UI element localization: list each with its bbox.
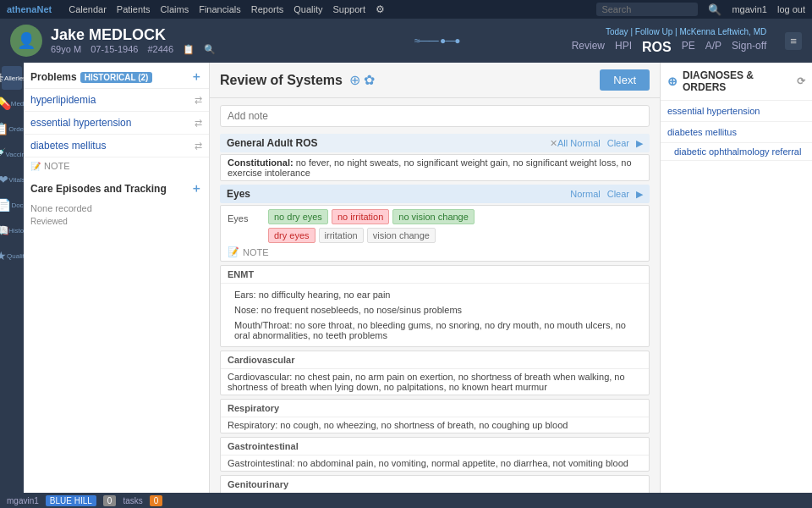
eyes-content: Eyes no dry eyes no irritation no vision… — [221, 206, 649, 261]
tab-hpi[interactable]: HPI — [615, 40, 632, 55]
sidebar-item-allergies[interactable]: ⚕ Allerles — [2, 66, 22, 90]
patient-details: 69yo M 07-15-1946 #2446 📋 🔍 — [51, 44, 303, 55]
add-problem-button[interactable]: ＋ — [190, 69, 202, 85]
problem-diabetes[interactable]: diabetes mellitus ⇄ — [24, 135, 209, 157]
add-care-button[interactable]: ＋ — [190, 181, 202, 196]
sidebar-item-vaccines[interactable]: 💉 Vaccines — [2, 142, 22, 166]
ros-settings-icon[interactable]: ✿ — [364, 72, 375, 88]
ros-content: General Adult ROS ✕ All Normal Clear ▶ C… — [210, 98, 660, 508]
eyes-section-title: Eyes — [227, 188, 570, 200]
respiratory-text: Respiratory: no cough, no wheezing, no s… — [221, 417, 649, 433]
avatar: 👤 — [10, 25, 42, 57]
cardiovascular-category: Cardiovascular Cardiovascular: no chest … — [220, 351, 650, 395]
section-expand-icon[interactable]: ▶ — [636, 138, 643, 149]
top-navigation: athenaNet Calendar Patients Claims Finan… — [0, 0, 812, 19]
eyes-row: Eyes no dry eyes no irritation no vision… — [228, 209, 642, 228]
problem-hypertension[interactable]: essential hypertension ⇄ — [24, 112, 209, 135]
nav-calendar[interactable]: Calendar — [69, 4, 107, 14]
link-icon: ⇄ — [195, 118, 202, 129]
tag-no-dry-eyes[interactable]: no dry eyes — [268, 209, 328, 224]
clear-section-button[interactable]: Clear — [607, 138, 629, 149]
care-tracking-section: Care Episodes and Tracking ＋ None record… — [24, 174, 209, 233]
status-tasks-label: tasks — [123, 496, 142, 505]
nav-quality[interactable]: Quality — [294, 4, 322, 14]
sidebar-item-docs[interactable]: 📄 Docs — [2, 193, 22, 217]
note-item[interactable]: 📝 NOTE — [24, 157, 209, 174]
all-normal-button[interactable]: All Normal — [557, 138, 601, 149]
sidebar-item-vitals[interactable]: ❤ Vitals — [2, 168, 22, 191]
enmt-title: ENMT — [228, 269, 642, 279]
care-tracking-header: Care Episodes and Tracking ＋ — [30, 181, 202, 196]
enmt-line-0: Ears: no difficulty hearing, no ear pain — [228, 287, 642, 302]
respiratory-category: Respiratory Respiratory: no cough, no wh… — [220, 399, 650, 433]
nav-financials[interactable]: Financials — [199, 4, 241, 14]
eyes-selected-tags: no dry eyes no irritation no vision chan… — [268, 209, 475, 224]
tag-no-vision-change[interactable]: no vision change — [392, 209, 475, 224]
ros-add-icon[interactable]: ⊕ — [349, 72, 360, 88]
sidebar-item-quality[interactable]: ★ Quality — [2, 244, 22, 268]
tag-irritation[interactable]: irritation — [319, 228, 364, 243]
eyes-expand-icon[interactable]: ▶ — [636, 189, 643, 200]
logo: athenaNet — [7, 4, 52, 14]
status-practice: BLUE HILL — [46, 495, 96, 506]
patient-info: Jake MEDLOCK 69yo M 07-15-1946 #2446 📋 🔍 — [51, 26, 303, 55]
ros-section-close-icon[interactable]: ✕ — [550, 138, 557, 149]
settings-icon[interactable]: ⚙ — [376, 3, 385, 15]
link-icon: ⇄ — [195, 141, 202, 152]
gi-header: Gastrointestinal — [221, 438, 649, 456]
eyes-note[interactable]: 📝 NOTE — [228, 246, 642, 257]
diagnosis-hypertension[interactable]: essential hypertension — [661, 101, 812, 122]
patient-header: 👤 Jake MEDLOCK 69yo M 07-15-1946 #2446 📋… — [0, 19, 812, 63]
cardiovascular-header: Cardiovascular — [221, 351, 649, 369]
follow-up-link[interactable]: Follow Up — [635, 27, 672, 36]
patient-doc-icon[interactable]: 📋 — [183, 44, 195, 54]
tab-review[interactable]: Review — [572, 40, 605, 55]
diagnoses-plus-icon[interactable]: ⊕ — [667, 75, 678, 88]
eyes-clear-button[interactable]: Clear — [607, 189, 629, 200]
link-icon: ⇄ — [195, 95, 202, 106]
diagnosis-diabetes[interactable]: diabetes mellitus — [661, 122, 812, 143]
logout-button[interactable]: log out — [777, 4, 805, 14]
gu-header: Genitourinary — [221, 476, 649, 494]
respiratory-title: Respiratory — [228, 403, 642, 413]
problem-text: essential hypertension — [30, 117, 195, 129]
add-note-input[interactable] — [220, 105, 650, 127]
sidebar-item-meds[interactable]: 💊 Meds — [2, 91, 22, 115]
tag-dry-eyes[interactable]: dry eyes — [268, 228, 315, 243]
status-count: 0 — [150, 495, 163, 506]
ros-header: Review of Systems ⊕ ✿ Next — [210, 63, 660, 98]
problems-panel: Problems HISTORICAL (2) ＋ hyperlipidemia… — [24, 63, 210, 508]
eyes-normal-button[interactable]: Normal — [570, 189, 600, 200]
menu-button[interactable]: ≡ — [785, 32, 802, 50]
tab-ros[interactable]: ROS — [642, 40, 672, 55]
search-input[interactable] — [596, 3, 698, 16]
ros-title: Review of Systems — [220, 73, 343, 88]
gi-text: Gastrointestinal: no abdominal pain, no … — [221, 456, 649, 471]
provider-name: McKenna Leftwich, MD — [679, 27, 766, 36]
tag-no-irritation[interactable]: no irritation — [332, 209, 389, 224]
tab-ap[interactable]: A/P — [705, 40, 721, 55]
today-label: Today | Follow Up | McKenna Leftwich, MD — [606, 27, 766, 36]
sidebar-item-orders[interactable]: 📋 Orders — [2, 117, 22, 141]
diagnoses-expand-icon[interactable]: ⟳ — [797, 75, 805, 87]
eyes-category: Eyes no dry eyes no irritation no vision… — [220, 205, 650, 262]
eyes-label: Eyes — [228, 213, 261, 224]
eyes-actions: Normal Clear ▶ — [570, 189, 643, 200]
diagnosis-ophthalmology[interactable]: diabetic ophthalmology referral — [661, 143, 812, 161]
patient-search-icon[interactable]: 🔍 — [204, 44, 216, 54]
nav-support[interactable]: Support — [333, 4, 366, 14]
nav-reports[interactable]: Reports — [251, 4, 284, 14]
ros-section-general: General Adult ROS ✕ All Normal Clear ▶ — [220, 134, 650, 152]
search-icon[interactable]: 🔍 — [708, 3, 721, 16]
tag-vision-change[interactable]: vision change — [367, 228, 436, 243]
tab-pe[interactable]: PE — [682, 40, 695, 55]
status-bar: mgavin1 BLUE HILL 0 tasks 0 — [0, 493, 812, 508]
next-button[interactable]: Next — [600, 69, 650, 91]
tab-signoff[interactable]: Sign-off — [732, 40, 766, 55]
problems-header: Problems HISTORICAL (2) ＋ — [24, 63, 209, 89]
sidebar-item-history[interactable]: 📖 History — [2, 218, 22, 242]
nav-claims[interactable]: Claims — [161, 4, 189, 14]
patient-name: Jake MEDLOCK — [51, 26, 303, 44]
nav-patients[interactable]: Patients — [117, 4, 151, 14]
problem-hyperlipidemia[interactable]: hyperlipidemia ⇄ — [24, 89, 209, 112]
